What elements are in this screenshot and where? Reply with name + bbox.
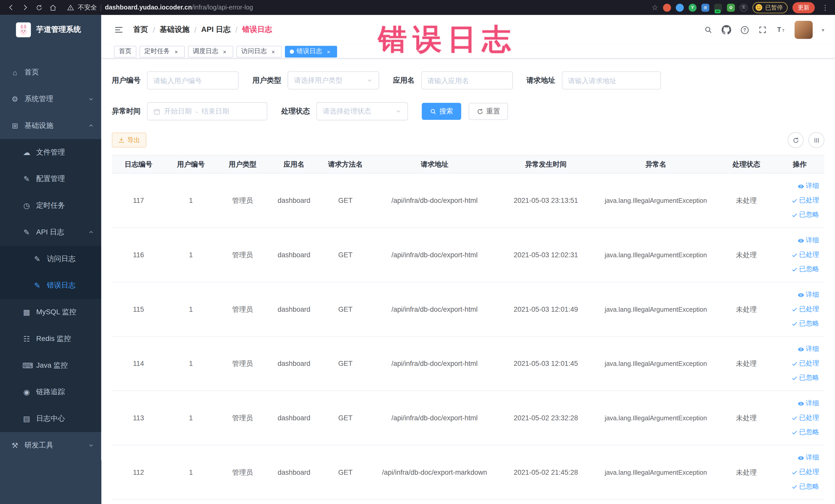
cell-user-type: 管理员: [217, 282, 268, 337]
sidebar-item-mysql-monitor[interactable]: ▦ MySQL 监控: [0, 299, 101, 326]
app-logo[interactable]: 芋道管理系统: [0, 15, 101, 44]
svg-text:?: ?: [744, 27, 746, 32]
breadcrumb-home[interactable]: 首页: [133, 25, 148, 35]
sidebar-item-log-center[interactable]: ▤ 日志中心: [0, 405, 101, 432]
mark-ignored-link[interactable]: 已忽略: [791, 262, 819, 276]
sidebar-item-access-log[interactable]: ✎ 访问日志: [0, 245, 101, 272]
col-user-type: 用户类型: [217, 155, 268, 174]
export-button[interactable]: 导出: [112, 133, 147, 148]
date-range-picker[interactable]: 开始日期 - 结束日期: [147, 102, 267, 120]
url-path: /infra/log/api-error-log: [192, 4, 253, 11]
tab-error-log[interactable]: 错误日志 ×: [285, 45, 337, 57]
sidebar-item-scheduled-tasks[interactable]: ◷ 定时任务: [0, 192, 101, 219]
tab-access-log[interactable]: 访问日志 ×: [237, 45, 282, 57]
breadcrumb: 首页 / 基础设施 / API 日志 / 错误日志: [133, 25, 272, 35]
extension-icon-green-y[interactable]: Y: [689, 3, 697, 11]
user-type-select[interactable]: 请选择用户类型: [287, 72, 379, 89]
status-select[interactable]: 请选择处理状态: [316, 102, 408, 120]
browser-menu-icon[interactable]: ⋮: [820, 3, 831, 11]
mark-ignored-link[interactable]: 已忽略: [791, 425, 819, 439]
profile-paused-chip[interactable]: 已暂停: [753, 2, 788, 13]
tab-dispatch-log[interactable]: 调度日志 ×: [188, 45, 233, 57]
mark-processed-link[interactable]: 已处理: [791, 302, 819, 316]
sidebar-item-error-log[interactable]: ✎ 错误日志: [0, 272, 101, 299]
user-id-input[interactable]: [154, 77, 232, 84]
extension-icon-blue-grid[interactable]: ⊞: [701, 3, 709, 11]
user-id-label: 用户编号: [112, 76, 141, 85]
cell-status: 未处理: [718, 228, 775, 282]
search-button[interactable]: 搜索: [422, 103, 461, 120]
sidebar-item-file-management[interactable]: ☁ 文件管理: [0, 139, 101, 166]
extension-icon-red[interactable]: [663, 3, 671, 11]
detail-link[interactable]: 详细: [798, 234, 819, 247]
hamburger-icon[interactable]: [114, 25, 123, 35]
breadcrumb-api-logs[interactable]: API 日志: [201, 25, 231, 35]
close-icon[interactable]: ×: [172, 48, 180, 55]
sidebar-item-api-logs[interactable]: ✎ API 日志: [0, 219, 101, 246]
log-icon: ✎: [22, 228, 31, 237]
edit-icon: ✎: [22, 175, 31, 183]
browser-update-button[interactable]: 更新: [792, 2, 815, 13]
sidebar-item-config-management[interactable]: ✎ 配置管理: [0, 166, 101, 192]
mark-ignored-link[interactable]: 已忽略: [791, 480, 819, 493]
start-date-placeholder: 开始日期: [164, 106, 192, 116]
sidebar-item-java-monitor[interactable]: ⌨ Java 监控: [0, 352, 101, 379]
request-url-input[interactable]: [568, 77, 654, 84]
detail-link[interactable]: 详细: [798, 397, 819, 410]
cell-status: 未处理: [718, 445, 775, 499]
caret-down-icon[interactable]: ▾: [822, 27, 824, 33]
sidebar-item-trace[interactable]: ◉ 链路追踪: [0, 379, 101, 405]
status-label: 处理状态: [281, 106, 310, 116]
extension-icon-green-leaf[interactable]: ✿: [727, 3, 735, 11]
close-icon[interactable]: ×: [221, 48, 228, 55]
tab-scheduled-tasks[interactable]: 定时任务 ×: [140, 45, 185, 57]
mark-ignored-link[interactable]: 已忽略: [791, 208, 819, 222]
sidebar-menu: ⌂ 首页 ⚙ 系统管理 ⊞ 基础设施 ☁ 文件管理 ✎ 配置管理: [0, 59, 101, 504]
browser-home-icon[interactable]: [46, 4, 60, 11]
sidebar-item-infrastructure[interactable]: ⊞ 基础设施: [0, 113, 101, 139]
cell-exception-name: java.lang.IllegalArgumentException: [594, 445, 718, 499]
close-icon[interactable]: ×: [325, 48, 332, 55]
detail-link[interactable]: 详细: [798, 342, 819, 356]
sidebar-item-dev-tools[interactable]: ⚒ 研发工具: [0, 432, 101, 459]
address-bar[interactable]: 不安全 dashboard.yudao.iocoder.cn/infra/log…: [67, 3, 253, 12]
mark-processed-link[interactable]: 已处理: [791, 248, 819, 262]
refresh-button[interactable]: [788, 132, 803, 148]
mark-processed-link[interactable]: 已处理: [791, 194, 819, 207]
search-icon[interactable]: [704, 26, 713, 34]
breadcrumb-infrastructure[interactable]: 基础设施: [160, 25, 189, 35]
reload-icon[interactable]: [32, 4, 46, 11]
clock-icon: ◷: [22, 201, 31, 210]
mark-processed-link[interactable]: 已处理: [791, 465, 819, 479]
back-icon[interactable]: [4, 4, 18, 11]
forward-icon[interactable]: [18, 4, 32, 11]
bookmark-star-icon[interactable]: ☆: [651, 3, 658, 12]
sidebar-item-redis-monitor[interactable]: ☷ Redis 监控: [0, 326, 101, 352]
fullscreen-icon[interactable]: [758, 26, 767, 34]
column-settings-button[interactable]: [808, 132, 824, 148]
close-icon[interactable]: ×: [269, 48, 277, 55]
github-icon[interactable]: [721, 25, 731, 35]
font-size-icon[interactable]: TT: [776, 25, 786, 35]
reset-button[interactable]: 重置: [469, 103, 508, 120]
extension-icon-dark-on[interactable]: on: [714, 3, 722, 11]
detail-link[interactable]: 详细: [798, 179, 819, 193]
detail-link[interactable]: 详细: [798, 451, 819, 465]
detail-link[interactable]: 详细: [798, 288, 819, 302]
mark-processed-link[interactable]: 已处理: [791, 411, 819, 425]
extension-icon-puzzle[interactable]: ⚿: [740, 3, 748, 11]
check-icon: [791, 361, 797, 367]
sidebar-item-label: 系统管理: [24, 94, 53, 104]
extension-icon-blue-drop[interactable]: [676, 3, 684, 11]
app-name-input[interactable]: [427, 77, 506, 84]
help-icon[interactable]: ?: [740, 25, 749, 35]
mark-ignored-link[interactable]: 已忽略: [791, 317, 819, 330]
sidebar-item-home[interactable]: ⌂ 首页: [0, 59, 101, 86]
tab-home[interactable]: 首页: [114, 45, 136, 57]
tab-label: 首页: [119, 47, 132, 56]
user-avatar[interactable]: [794, 21, 813, 39]
mark-ignored-link[interactable]: 已忽略: [791, 371, 819, 385]
cell-app-name: dashboard: [268, 173, 320, 228]
sidebar-item-system-management[interactable]: ⚙ 系统管理: [0, 86, 101, 113]
mark-processed-link[interactable]: 已处理: [791, 357, 819, 370]
